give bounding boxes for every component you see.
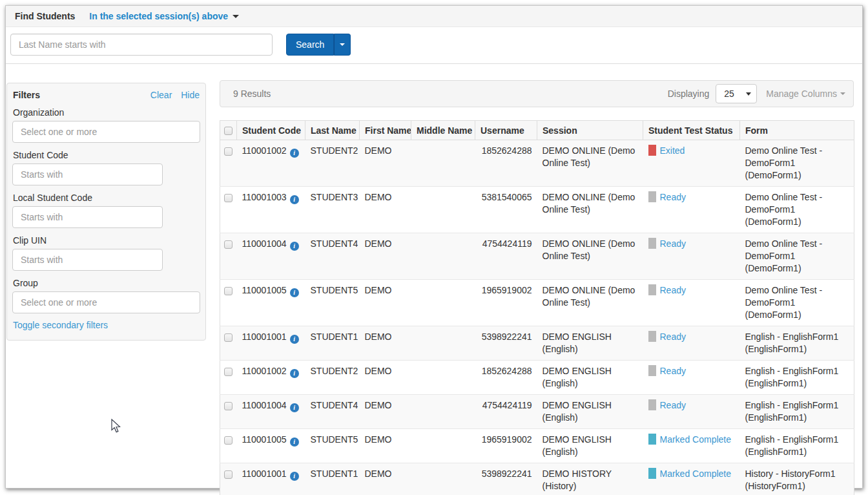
clear-filters-link[interactable]: Clear xyxy=(150,90,172,100)
toggle-secondary-filters-link[interactable]: Toggle secondary filters xyxy=(13,320,108,330)
session-cell: DEMO HISTORY (History) xyxy=(537,463,643,495)
status-wrap: Ready xyxy=(648,191,735,204)
last-name-cell: STUDENT1 xyxy=(305,326,360,361)
first-name-cell: DEMO xyxy=(360,140,411,187)
student-code-value: 110001002 xyxy=(242,145,287,156)
row-checkbox[interactable] xyxy=(224,194,232,202)
row-checkbox[interactable] xyxy=(224,470,232,479)
last-name-search-input[interactable] xyxy=(10,34,273,56)
filter-input-clip-uin[interactable] xyxy=(12,249,163,271)
manage-columns-dropdown[interactable]: Manage Columns xyxy=(766,89,845,99)
filter-label-student-code: Student Code xyxy=(13,150,200,160)
status-wrap: Ready xyxy=(648,238,735,250)
row-select-cell xyxy=(220,361,237,395)
student-code-value: 110001005 xyxy=(242,434,287,445)
row-checkbox[interactable] xyxy=(224,402,232,410)
status-link[interactable]: Ready xyxy=(660,331,686,343)
row-select-cell xyxy=(220,429,237,463)
status-wrap: Ready xyxy=(648,365,735,377)
filters-actions: Clear Hide xyxy=(150,90,200,100)
middle-name-cell xyxy=(411,463,475,495)
status-link[interactable]: Ready xyxy=(660,399,686,412)
student-test-status-cell: Marked Complete xyxy=(643,463,740,495)
last-name-cell: STUDENT3 xyxy=(305,187,360,233)
form-cell: Demo Online Test - DemoForm1 (DemoForm1) xyxy=(740,233,854,280)
info-icon[interactable]: i xyxy=(290,335,299,344)
column-header-middle-name[interactable]: Middle Name xyxy=(411,121,475,140)
chevron-down-icon xyxy=(746,92,751,96)
column-header-form[interactable]: Form xyxy=(740,121,854,140)
last-name-cell: STUDENT2 xyxy=(305,361,360,395)
row-checkbox[interactable] xyxy=(224,333,232,342)
info-icon[interactable]: i xyxy=(290,149,299,158)
student-code-cell: 110001002i xyxy=(237,361,305,395)
student-code-cell: 110001005i xyxy=(237,429,305,463)
username-cell: 5381540065 xyxy=(475,187,537,233)
students-table: Student CodeLast NameFirst NameMiddle Na… xyxy=(220,120,854,495)
column-header-session[interactable]: Session xyxy=(537,121,643,140)
form-cell: Demo Online Test - DemoForm1 (DemoForm1) xyxy=(740,140,854,187)
session-cell: DEMO ONLINE (Demo Online Test) xyxy=(537,187,643,233)
row-checkbox[interactable] xyxy=(224,436,232,445)
column-header-student-test-status[interactable]: Student Test Status xyxy=(643,121,740,140)
search-options-caret-button[interactable] xyxy=(334,34,351,56)
results-bar: 9 Results Displaying 25 Manage Columns xyxy=(220,80,854,107)
student-code-cell: 110001004i xyxy=(237,395,305,429)
filter-input-local-student-code[interactable] xyxy=(12,206,163,228)
status-link[interactable]: Exited xyxy=(660,145,685,157)
select-all-checkbox[interactable] xyxy=(224,127,232,135)
page-size-select[interactable]: 25 xyxy=(716,84,757,103)
student-code-value: 110001004 xyxy=(242,400,287,410)
status-link[interactable]: Marked Complete xyxy=(660,434,732,446)
row-checkbox[interactable] xyxy=(224,147,232,156)
status-link[interactable]: Ready xyxy=(660,238,686,250)
hide-filters-link[interactable]: Hide xyxy=(181,90,200,100)
status-link[interactable]: Ready xyxy=(660,365,686,377)
middle-name-cell xyxy=(411,187,475,233)
info-icon[interactable]: i xyxy=(290,288,299,297)
status-link[interactable]: Ready xyxy=(660,191,686,204)
info-icon[interactable]: i xyxy=(290,195,299,204)
row-checkbox[interactable] xyxy=(224,368,232,376)
first-name-cell: DEMO xyxy=(360,463,411,495)
status-color-swatch xyxy=(648,399,656,410)
student-test-status-cell: Ready xyxy=(643,395,740,429)
student-code-cell: 110001004i xyxy=(237,233,305,280)
info-icon[interactable]: i xyxy=(290,369,299,378)
info-icon[interactable]: i xyxy=(290,437,299,447)
form-cell: Demo Online Test - DemoForm1 (DemoForm1) xyxy=(740,280,854,326)
status-link[interactable]: Marked Complete xyxy=(660,468,732,480)
filter-label-local-student-code: Local Student Code xyxy=(13,193,200,203)
column-header-student-code[interactable]: Student Code xyxy=(237,121,305,140)
username-cell: 1852624288 xyxy=(475,140,537,187)
filter-label-group: Group xyxy=(13,278,200,288)
form-cell: English - EnglishForm1 (EnglishForm1) xyxy=(740,395,854,429)
column-header-first-name[interactable]: First Name xyxy=(360,121,411,140)
column-header-last-name[interactable]: Last Name xyxy=(305,121,360,140)
middle-name-cell xyxy=(411,429,475,463)
info-icon[interactable]: i xyxy=(290,403,299,412)
table-row: 110001004iSTUDENT4DEMO4754424119DEMO ENG… xyxy=(220,395,854,429)
mouse-cursor xyxy=(111,419,123,434)
student-code-value: 110001005 xyxy=(242,285,287,295)
row-select-cell xyxy=(220,395,237,429)
status-link[interactable]: Ready xyxy=(660,284,686,297)
column-header-username[interactable]: Username xyxy=(475,121,537,140)
username-cell: 5398922241 xyxy=(475,463,537,495)
filter-input-organization[interactable] xyxy=(12,121,200,143)
search-button[interactable]: Search xyxy=(286,34,334,56)
filter-label-organization: Organization xyxy=(13,107,200,118)
info-icon[interactable]: i xyxy=(290,472,299,481)
filter-input-group[interactable] xyxy=(12,291,200,313)
form-cell: History - HistoryForm1 (HistoryForm1) xyxy=(740,463,854,495)
table-row: 110001005iSTUDENT5DEMO1965919002DEMO ENG… xyxy=(220,429,854,463)
student-test-status-cell: Ready xyxy=(643,326,740,361)
row-checkbox[interactable] xyxy=(224,287,232,295)
search-scope-dropdown[interactable]: In the selected session(s) above xyxy=(89,11,239,21)
status-color-swatch xyxy=(648,191,656,202)
row-checkbox[interactable] xyxy=(224,240,232,249)
session-cell: DEMO ENGLISH (English) xyxy=(537,395,643,429)
filter-input-student-code[interactable] xyxy=(12,163,163,185)
info-icon[interactable]: i xyxy=(290,242,299,251)
status-wrap: Ready xyxy=(648,331,735,343)
